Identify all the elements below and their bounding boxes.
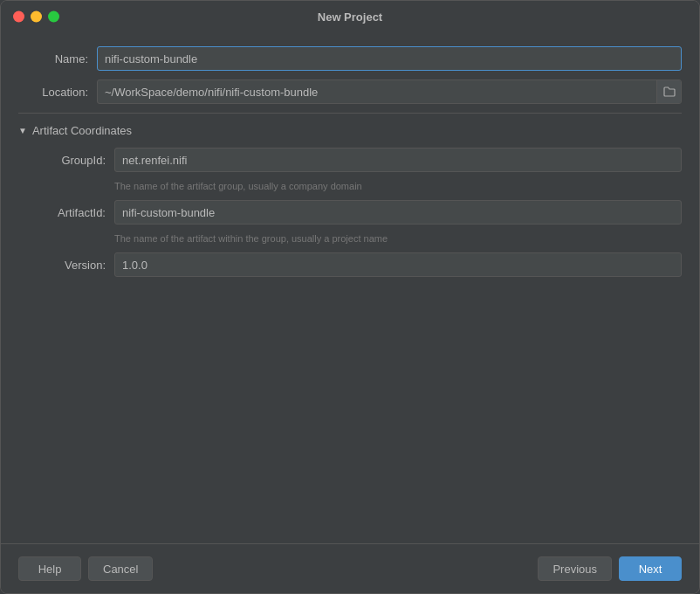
title-bar: New Project	[1, 1, 699, 32]
maximize-button[interactable]	[48, 11, 59, 23]
dialog-window: New Project Name: Location: ▼ Arti	[0, 0, 700, 594]
dialog-content: Name: Location: ▼ Artifact Coordinates	[1, 32, 699, 543]
divider	[18, 113, 682, 114]
version-input[interactable]	[114, 252, 682, 277]
dialog-footer: Help Cancel Previous Next	[1, 543, 699, 593]
section-toggle-icon[interactable]: ▼	[18, 126, 27, 135]
name-label: Name:	[18, 52, 97, 66]
version-label: Version:	[36, 259, 114, 272]
name-row: Name:	[18, 46, 682, 71]
footer-left-buttons: Help Cancel	[18, 556, 153, 581]
section-title: Artifact Coordinates	[32, 124, 132, 137]
artifactid-row: ArtifactId:	[36, 200, 682, 224]
previous-button[interactable]: Previous	[538, 556, 612, 581]
footer-right-buttons: Previous Next	[538, 556, 682, 581]
groupid-label: GroupId:	[36, 154, 114, 167]
minimize-button[interactable]	[31, 11, 42, 23]
version-row: Version:	[36, 252, 682, 277]
location-wrapper	[97, 79, 682, 104]
folder-icon	[663, 86, 676, 97]
artifactid-input[interactable]	[114, 200, 682, 224]
help-button[interactable]: Help	[18, 556, 81, 581]
location-row: Location:	[18, 79, 682, 104]
artifact-coordinates-section-header: ▼ Artifact Coordinates	[18, 124, 682, 137]
dialog-title: New Project	[318, 10, 382, 24]
browse-folder-button[interactable]	[656, 80, 681, 103]
name-input[interactable]	[97, 46, 682, 71]
groupid-hint: The name of the artifact group, usually …	[114, 181, 682, 191]
location-label: Location:	[18, 86, 97, 99]
artifactid-label: ArtifactId:	[36, 206, 114, 219]
window-controls	[13, 11, 59, 23]
groupid-input[interactable]	[114, 148, 682, 172]
artifact-coordinates-body: GroupId: The name of the artifact group,…	[18, 148, 682, 277]
cancel-button[interactable]: Cancel	[88, 556, 153, 581]
location-input[interactable]	[98, 82, 656, 102]
groupid-row: GroupId:	[36, 148, 682, 172]
next-button[interactable]: Next	[619, 556, 682, 581]
artifactid-hint: The name of the artifact within the grou…	[114, 233, 682, 244]
close-button[interactable]	[13, 11, 24, 23]
